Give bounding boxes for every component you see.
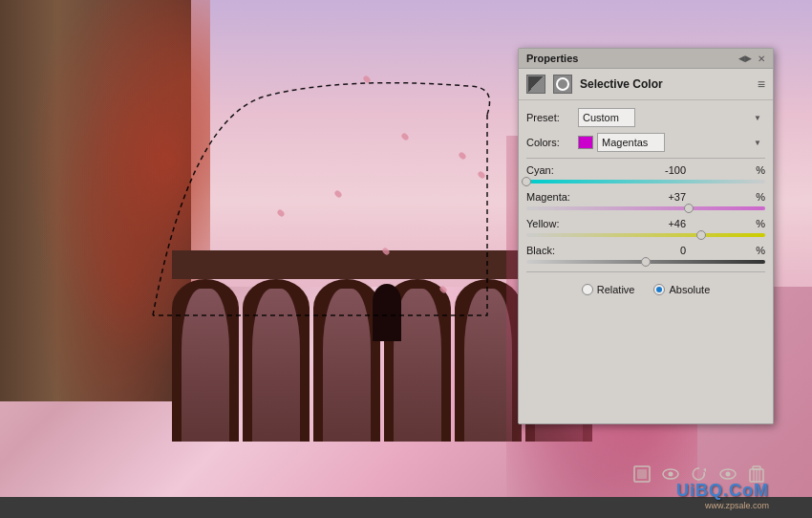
panel-header: Selective Color ≡	[519, 69, 773, 100]
black-unit: %	[756, 245, 765, 256]
black-label: Black:	[526, 245, 584, 256]
arch-2	[243, 279, 310, 442]
magenta-slider-row: Magenta: +37 %	[526, 191, 765, 210]
yellow-thumb[interactable]	[696, 230, 706, 240]
magenta-value: +37	[652, 191, 686, 203]
absolute-option[interactable]: Absolute	[653, 284, 710, 295]
panel-titlebar: Properties ◀▶ ✕	[519, 49, 773, 69]
yellow-unit: %	[756, 218, 765, 229]
magenta-track[interactable]	[526, 206, 765, 210]
magenta-unit: %	[756, 191, 765, 203]
preset-row: Preset: Custom	[526, 108, 765, 127]
absolute-radio[interactable]	[653, 284, 665, 295]
yellow-slider-row: Yellow: +46 %	[526, 218, 765, 237]
yellow-value: +46	[652, 218, 686, 229]
colors-label: Colors:	[526, 137, 574, 148]
colors-select[interactable]: Magentas	[597, 133, 665, 152]
watermark-main: UiBQ.CoM	[676, 481, 769, 501]
hamburger-icon[interactable]: ≡	[758, 76, 765, 92]
watermark-sub: www.zpsale.com	[705, 501, 769, 510]
cyan-label: Cyan:	[526, 164, 584, 176]
radio-row: Relative Absolute	[526, 278, 765, 301]
svg-marker-4	[703, 468, 706, 472]
cyan-thumb[interactable]	[522, 177, 531, 186]
relative-radio[interactable]	[582, 284, 593, 295]
yellow-label: Yellow:	[526, 218, 584, 229]
figure	[373, 284, 401, 341]
color-swatch	[578, 136, 593, 149]
relative-label: Relative	[597, 284, 635, 295]
watermark-prefix: UiBQ	[676, 481, 723, 500]
black-slider-row: Black: 0 %	[526, 245, 765, 264]
black-label-row: Black: 0 %	[526, 245, 765, 256]
magenta-label-row: Magenta: +37 %	[526, 191, 765, 203]
black-thumb[interactable]	[641, 257, 651, 267]
svg-point-6	[726, 472, 731, 477]
panel-title: Properties	[526, 53, 578, 64]
absolute-label: Absolute	[669, 284, 710, 295]
svg-rect-11	[753, 466, 760, 469]
black-track[interactable]	[526, 260, 765, 264]
layer-icon-adj	[553, 75, 572, 94]
cyan-slider-row: Cyan: -100 %	[526, 164, 765, 183]
magenta-thumb[interactable]	[684, 204, 694, 213]
panel-empty-area	[519, 309, 773, 423]
relative-option[interactable]: Relative	[582, 284, 635, 295]
layer-icon-1	[526, 75, 545, 94]
properties-panel: Properties ◀▶ ✕ Selective Color ≡ Preset…	[518, 48, 774, 424]
watermark: UiBQ.CoM www.zpsale.com	[676, 481, 769, 510]
cyan-label-row: Cyan: -100 %	[526, 164, 765, 176]
cyan-unit: %	[756, 164, 765, 176]
preset-select[interactable]: Custom	[578, 108, 635, 127]
yellow-track[interactable]	[526, 233, 765, 237]
watermark-suffix: .CoM	[723, 481, 769, 500]
arch-3	[313, 279, 380, 442]
svg-point-3	[669, 472, 673, 477]
magenta-label: Magenta:	[526, 191, 584, 203]
arch-1	[172, 279, 239, 442]
svg-rect-1	[637, 469, 647, 479]
panel-header-label: Selective Color	[580, 77, 663, 91]
layer-icon-inner	[528, 76, 544, 92]
titlebar-icons: ◀▶ ✕	[738, 54, 765, 64]
close-icon[interactable]: ✕	[758, 54, 765, 64]
divider-1	[526, 158, 765, 159]
yellow-label-row: Yellow: +46 %	[526, 218, 765, 229]
mask-icon[interactable]	[632, 464, 652, 484]
black-value: 0	[652, 245, 686, 256]
cyan-value: -100	[652, 164, 686, 176]
cyan-track[interactable]	[526, 180, 765, 183]
panel-body: Preset: Custom Colors: Magentas Cyan: -1…	[519, 100, 773, 309]
preset-label: Preset:	[526, 112, 574, 123]
divider-2	[526, 271, 765, 272]
colors-select-wrapper: Magentas	[597, 133, 765, 152]
preset-select-wrapper: Custom	[578, 108, 765, 127]
double-arrow-icon[interactable]: ◀▶	[738, 54, 752, 63]
colors-row: Colors: Magentas	[526, 133, 765, 152]
